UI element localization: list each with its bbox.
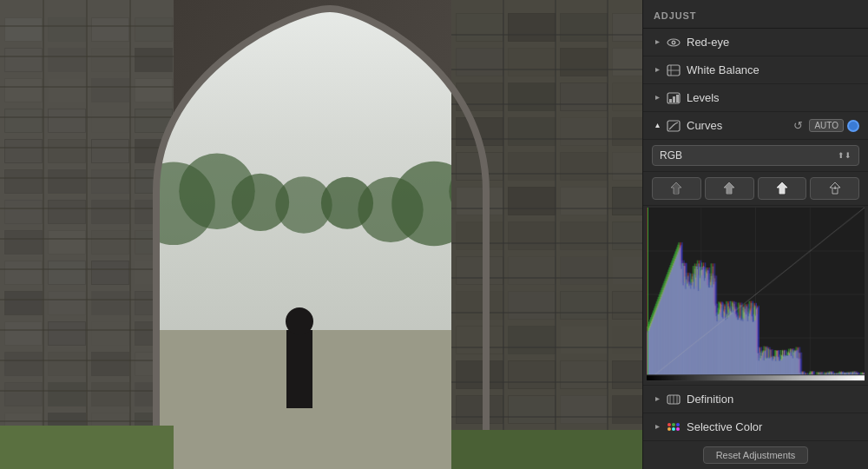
eyedropper-toolbar: + (643, 172, 868, 206)
svg-marker-24 (655, 425, 660, 429)
curves-header[interactable]: Curves ↺ AUTO (643, 112, 868, 140)
curves-icon (666, 120, 681, 132)
curves-label: Curves (687, 119, 790, 132)
reset-button-row: Reset Adjustments (643, 441, 868, 469)
eyedropper-gray-button[interactable] (705, 177, 754, 200)
white-balance-icon (666, 64, 681, 76)
svg-rect-17 (780, 191, 784, 194)
photo-canvas-area (0, 0, 642, 469)
curves-graph[interactable] (647, 208, 865, 381)
definition-label: Definition (687, 393, 859, 406)
svg-text:+: + (832, 184, 837, 192)
red-eye-icon (666, 36, 681, 49)
selective-color-icon (666, 421, 681, 433)
svg-rect-16 (727, 191, 731, 194)
panel-title: ADJUST (654, 10, 696, 21)
curves-section: Curves ↺ AUTO RGB ⬆⬇ (643, 112, 868, 385)
svg-marker-19 (655, 397, 660, 401)
expand-arrow-levels (652, 93, 662, 103)
svg-point-3 (673, 42, 674, 43)
adjust-panel: ADJUST Red-eye White Balance (642, 0, 868, 469)
photo-canvas (0, 0, 642, 469)
svg-marker-8 (655, 96, 660, 100)
panel-header: ADJUST (643, 0, 868, 29)
selective-color-label: Selective Color (687, 420, 859, 433)
expand-arrow-red-eye (652, 37, 662, 48)
svg-rect-10 (669, 99, 672, 102)
white-balance-label: White Balance (687, 63, 859, 76)
red-eye-label: Red-eye (687, 36, 859, 49)
svg-rect-11 (673, 96, 675, 102)
channel-label: RGB (660, 149, 838, 162)
levels-icon (666, 92, 681, 104)
sidebar-item-selective-color[interactable]: Selective Color (643, 413, 868, 441)
svg-marker-4 (655, 68, 660, 72)
sidebar-item-definition[interactable]: Definition (643, 386, 868, 413)
svg-rect-12 (676, 95, 679, 102)
reset-adjustments-button[interactable]: Reset Adjustments (703, 446, 809, 464)
definition-icon (666, 393, 681, 406)
expand-arrow-selective-color (652, 422, 662, 433)
curves-controls: ↺ AUTO (790, 118, 859, 134)
channel-dropdown-arrows: ⬆⬇ (838, 151, 852, 160)
curves-active-indicator[interactable] (847, 120, 859, 132)
curves-auto-button[interactable]: AUTO (809, 119, 844, 132)
eyedropper-white-button[interactable] (758, 177, 807, 200)
curves-graph-container (643, 206, 868, 385)
sidebar-item-red-eye[interactable]: Red-eye (643, 29, 868, 56)
sidebar-item-levels[interactable]: Levels (643, 84, 868, 112)
expand-arrow-curves (652, 121, 662, 131)
bottom-items: Definition Selective Color Reset Ad (643, 385, 868, 469)
levels-label: Levels (687, 91, 859, 104)
channel-dropdown[interactable]: RGB ⬆⬇ (652, 145, 859, 166)
eyedropper-plus-button[interactable]: + (810, 177, 859, 200)
svg-marker-13 (655, 123, 660, 128)
eyedropper-black-button[interactable] (652, 177, 701, 200)
sidebar-item-white-balance[interactable]: White Balance (643, 56, 868, 84)
svg-marker-0 (655, 40, 660, 44)
curves-undo-button[interactable]: ↺ (790, 118, 806, 134)
expand-arrow-definition (652, 394, 662, 405)
expand-arrow-white-balance (652, 65, 662, 76)
channel-select-row: RGB ⬆⬇ (643, 140, 868, 172)
svg-rect-15 (674, 191, 678, 194)
